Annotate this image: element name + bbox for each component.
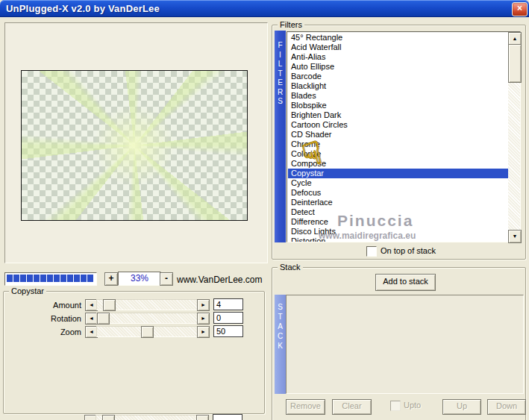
zoom-param-label: Zoom (16, 327, 81, 337)
left-arrow-icon: ◄ (89, 316, 94, 321)
zoom-right-arrow-button[interactable]: ► (197, 326, 210, 338)
partial-right-arrow-button[interactable] (196, 415, 209, 420)
up-button: Up (442, 399, 481, 415)
plus-icon: + (108, 273, 113, 283)
stack-list[interactable] (286, 295, 524, 394)
amount-slider-thumb[interactable] (103, 299, 116, 311)
close-icon: × (517, 3, 522, 13)
down-arrow-icon: ▼ (513, 233, 518, 239)
filter-item[interactable]: Deinterlace (288, 198, 508, 207)
left-arrow-icon: ◄ (89, 302, 94, 307)
copystar-group: Copystar Amount ◄ ► 4 Rotation ◄ ► 0 Zoo… (3, 291, 265, 414)
rotation-slider-thumb[interactable] (97, 313, 110, 325)
filter-item[interactable]: Detect (288, 207, 508, 217)
zoom-slider-thumb[interactable] (141, 326, 154, 338)
zoom-out-button[interactable]: - (160, 272, 173, 286)
filter-item[interactable]: Anti-Alias (288, 52, 508, 62)
partial-slider-thumb[interactable] (102, 415, 115, 420)
add-to-stack-button[interactable]: Add to stack (375, 274, 436, 291)
on-top-of-stack-label: On top of stack (381, 246, 436, 256)
filter-list: 45° RectangleAcid WaterfallAnti-AliasAut… (288, 33, 508, 242)
filter-item[interactable]: Difference (288, 217, 508, 227)
scroll-down-button[interactable]: ▼ (508, 230, 522, 243)
stack-vertical-tab: STACK (275, 295, 286, 394)
filter-item[interactable]: Compose (288, 159, 508, 169)
filter-item[interactable]: Distortion (288, 236, 508, 242)
filter-item[interactable]: CD Shader (288, 130, 508, 140)
title-bar[interactable]: UnPlugged-X v2.0 by VanDerLee × (0, 0, 529, 17)
filter-list-scrollbar[interactable]: ▲ ▼ (508, 32, 520, 242)
filters-group-label: Filters (278, 20, 304, 29)
filter-item[interactable]: Chrome (288, 140, 508, 149)
filters-vertical-tab: FILTERS (275, 31, 286, 242)
up-arrow-icon: ▲ (513, 36, 518, 41)
upto-row: Upto (390, 401, 401, 410)
window-title: UnPlugged-X v2.0 by VanDerLee (6, 3, 160, 14)
on-top-of-stack-row: On top of stack (366, 246, 377, 256)
clear-button: Clear (332, 399, 372, 415)
filter-item[interactable]: Barcode (288, 72, 508, 81)
right-arrow-icon: ► (201, 316, 206, 321)
minus-icon: - (165, 273, 168, 283)
right-arrow-icon: ► (201, 329, 206, 334)
zoom-in-button[interactable]: + (104, 272, 118, 286)
filter-item[interactable]: Blobspike (288, 101, 508, 110)
filter-item[interactable]: Disco Lights (288, 227, 508, 236)
upto-label: Upto (404, 401, 421, 410)
amount-label: Amount (16, 300, 81, 310)
close-button[interactable]: × (512, 2, 528, 16)
vendor-website-text: www.VanDerLee.com (177, 275, 263, 285)
filter-item[interactable]: Brighten Dark (288, 110, 508, 120)
filter-item[interactable]: Blades (288, 91, 508, 101)
amount-right-arrow-button[interactable]: ► (197, 299, 210, 311)
zoom-level-display: 33% (118, 272, 161, 286)
rotation-slider-track[interactable] (96, 313, 198, 324)
upto-checkbox (390, 401, 401, 411)
filter-item[interactable]: Cycle (288, 178, 508, 188)
filter-item[interactable]: Copystar (288, 169, 508, 178)
preview-image[interactable] (21, 70, 248, 221)
rotation-label: Rotation (16, 313, 81, 324)
filter-item[interactable]: Acid Waterfall (288, 43, 508, 52)
filter-item[interactable]: Colorize (288, 149, 508, 159)
remove-button: Remove (286, 399, 325, 415)
left-arrow-icon: ◄ (89, 329, 94, 334)
rotation-value-input[interactable]: 0 (213, 312, 243, 324)
filter-item[interactable]: 45° Rectangle (288, 33, 508, 43)
zoom-value-input[interactable]: 50 (213, 325, 243, 337)
down-button: Down (487, 399, 526, 415)
filter-item[interactable]: Blacklight (288, 81, 508, 91)
scrollbar-thumb[interactable] (508, 44, 522, 83)
filter-listbox[interactable]: 45° RectangleAcid WaterfallAnti-AliasAut… (287, 31, 521, 242)
progress-bar (4, 272, 97, 286)
amount-value-input[interactable]: 4 (213, 298, 243, 310)
filter-item[interactable]: Defocus (288, 188, 508, 198)
right-arrow-icon: ► (201, 302, 206, 307)
stack-group-label: Stack (278, 263, 303, 272)
partial-value-input[interactable] (213, 414, 242, 420)
filter-item[interactable]: Cartoon Circles (288, 120, 508, 130)
progress-fill (7, 275, 93, 282)
rotation-right-arrow-button[interactable]: ► (197, 313, 210, 325)
filter-item[interactable]: Auto Ellipse (288, 62, 508, 72)
copystar-group-label: Copystar (9, 286, 46, 295)
on-top-of-stack-checkbox[interactable] (366, 246, 377, 257)
